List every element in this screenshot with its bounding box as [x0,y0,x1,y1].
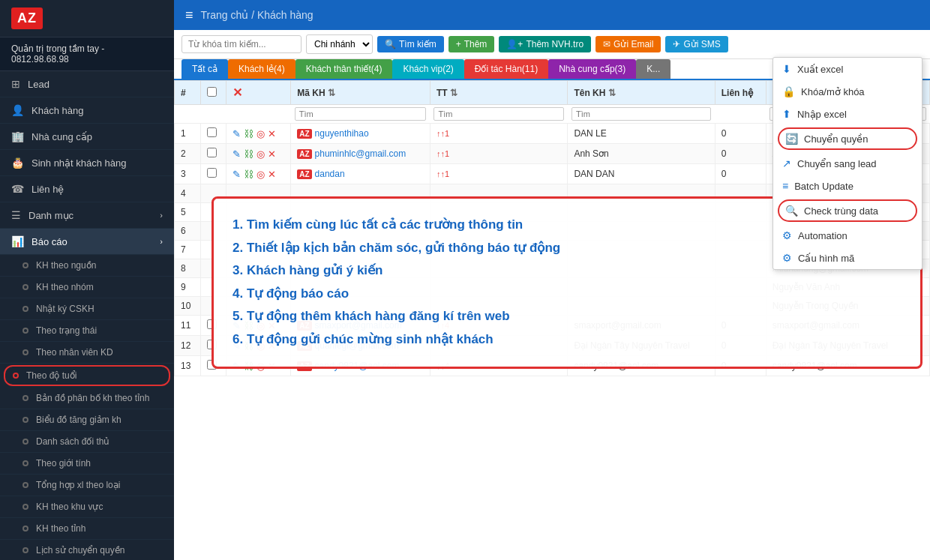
dropdown-xuat-excel[interactable]: ⬇ Xuất excel [773,58,922,80]
filter-tt [430,105,568,124]
search-button[interactable]: 🔍 Tìm kiếm [377,36,444,52]
add-button[interactable]: + Thêm [448,36,495,52]
lead-icon: ⊞ [11,78,20,90]
sidebar-item-label: Lead [28,79,50,90]
dropdown-check-trung[interactable]: 🔍 Check trùng data [778,199,917,222]
sidebar-sub-nhat-ky[interactable]: Nhật ký CSKH [0,298,174,320]
delete-all-icon[interactable]: ✕ [232,86,242,99]
sidebar-sub-bieu-do-tang[interactable]: Biểu đồ tăng giảm kh [0,409,174,431]
sidebar-logo: AZ [0,0,174,37]
filter-act [226,105,291,124]
delete-icon[interactable]: ✕ [268,169,276,180]
branch-select[interactable]: Chi nhánh [306,34,373,54]
sidebar-item-bao-cao[interactable]: 📊 Báo cáo › [0,229,174,255]
dropdown-chuyen-lead[interactable]: ↗ Chuyển sang lead [773,152,922,175]
email-link[interactable]: nguyenthihao [315,128,369,139]
select-all-checkbox[interactable] [207,87,217,97]
cell-num: 13 [175,356,201,376]
delete-icon[interactable]: ✕ [268,128,276,139]
arrow-status: ↑↑1 [436,129,449,138]
dropdown-batch-update[interactable]: ≡ Batch Update [773,175,922,197]
highlight-item-5: 5. Tự động thêm khách hàng đăng kí trên … [232,305,902,328]
search-icon: 🔍 [385,39,396,49]
cell-checkbox [200,144,226,164]
sidebar-sub-trang-thai[interactable]: Theo trạng thái [0,320,174,342]
row-checkbox[interactable] [207,127,217,137]
filter-ten-kh-input[interactable] [572,107,711,121]
tab-khach-than-thiet[interactable]: Khách thân thiết(4) [296,59,393,80]
sidebar-sub-kh-nguon[interactable]: KH theo nguồn [0,255,174,277]
tab-khach-le[interactable]: Khách lẻ(4) [228,59,296,80]
chain-icon[interactable]: ⛓ [244,128,254,139]
main-content: ≡ Trang chủ / Khách hàng Chi nhánh 🔍 Tìm… [174,0,930,560]
az-badge: AZ [297,169,311,179]
menu-hamburger-icon[interactable]: ≡ [185,7,194,23]
col-checkbox [200,81,226,105]
send-sms-button[interactable]: ✈ Gửi SMS [665,36,728,52]
edit-icon[interactable]: ✎ [232,148,241,160]
dot-icon [22,395,28,401]
sidebar-sub-tinh[interactable]: KH theo tỉnh [0,518,174,540]
edit-icon[interactable]: ✎ [232,128,241,139]
tab-more[interactable]: K... [636,59,670,80]
email-link[interactable]: dandan [315,169,345,179]
sidebar-sub-label: Theo giới tính [36,458,91,469]
cell-num: 1 [175,124,201,144]
row-checkbox[interactable] [207,148,217,157]
sidebar-sub-ban-do[interactable]: Bản đồ phân bố kh theo tỉnh [0,388,174,409]
cell-checkbox [200,124,226,144]
sidebar-item-lead[interactable]: ⊞ Lead [0,71,174,97]
automation-icon: ⚙ [782,229,792,241]
dropdown-khoa-mo-khoa[interactable]: 🔒 Khóa/mở khóa [773,80,922,103]
cell-ten-kh: DAN LE [568,124,715,144]
cell-lien-he: 0 [715,144,766,164]
chain-icon[interactable]: ⛓ [244,169,254,180]
upload-icon: ⬆ [782,108,791,120]
row-checkbox[interactable] [207,168,217,178]
topbar: ≡ Trang chủ / Khách hàng [174,0,930,30]
sidebar-item-lien-he[interactable]: ☎ Liên hệ [0,176,174,202]
sidebar-sub-khu-vuc[interactable]: KH theo khu vực [0,496,174,518]
sidebar-sub-do-tuoi[interactable]: Theo độ tuổi [4,365,170,386]
share-icon[interactable]: ◎ [256,169,265,180]
filter-num [175,105,201,124]
dropdown-automation[interactable]: ⚙ Automation [773,224,922,247]
send-email-button[interactable]: ✉ Gửi Email [596,36,661,52]
sidebar-sub-doi-thu[interactable]: Danh sách đối thủ [0,431,174,453]
cell-num: 7 [175,241,201,259]
sidebar-sub-kh-nhom[interactable]: KH theo nhóm [0,277,174,298]
tab-khach-vip[interactable]: Khách vip(2) [392,59,464,80]
tab-tat-ca[interactable]: Tất cả [182,59,228,80]
check-icon: 🔍 [785,205,798,217]
col-actions-header: ✕ [226,81,291,105]
cell-num: 6 [175,222,201,241]
email-link[interactable]: phuminhlc@gmail.com [315,148,406,159]
delete-icon[interactable]: ✕ [268,148,276,160]
sidebar-sub-lich-su[interactable]: Lịch sử chuyển quyền [0,540,174,560]
chevron-right-icon: › [160,211,163,220]
filter-tt-input[interactable] [434,107,564,121]
chain-icon[interactable]: ⛓ [244,148,254,160]
sidebar-sub-gioi-tinh[interactable]: Theo giới tính [0,453,174,475]
dropdown-cau-hinh-ma[interactable]: ⚙ Cấu hình mã [773,247,922,269]
dot-icon [22,328,28,334]
sidebar-item-nha-cung-cap[interactable]: 🏢 Nhà cung cấp [0,124,174,150]
breadcrumb-home[interactable]: Trang chủ [201,9,249,21]
sidebar-sub-tong-hop[interactable]: Tổng hợp xl theo loại [0,475,174,496]
tab-nha-cung-cap[interactable]: Nhà cung cấp(3) [548,59,636,80]
az-badge: AZ [297,129,311,139]
edit-icon[interactable]: ✎ [232,169,241,180]
sidebar-item-danh-muc[interactable]: ☰ Danh mục › [0,202,174,229]
dropdown-nhap-excel[interactable]: ⬆ Nhập excel [773,103,922,125]
search-input[interactable] [182,35,302,53]
dropdown-chuyen-quyen[interactable]: 🔄 Chuyển quyền [778,127,917,150]
filter-ma-kh-input[interactable] [295,107,427,121]
tab-doi-tac-han[interactable]: Đối tác Hàn(11) [464,59,548,80]
add-nvh-button[interactable]: 👤+ Thêm NVH.tro [499,36,591,52]
sidebar-item-khach-hang[interactable]: 👤 Khách hàng [0,97,174,124]
sinhnhat-icon: 🎂 [11,157,24,169]
sidebar-item-sinh-nhat[interactable]: 🎂 Sinh nhật khách hàng [0,150,174,176]
share-icon[interactable]: ◎ [256,148,265,160]
share-icon[interactable]: ◎ [256,128,265,139]
sidebar-sub-nhan-vien[interactable]: Theo nhân viên KD [0,342,174,364]
